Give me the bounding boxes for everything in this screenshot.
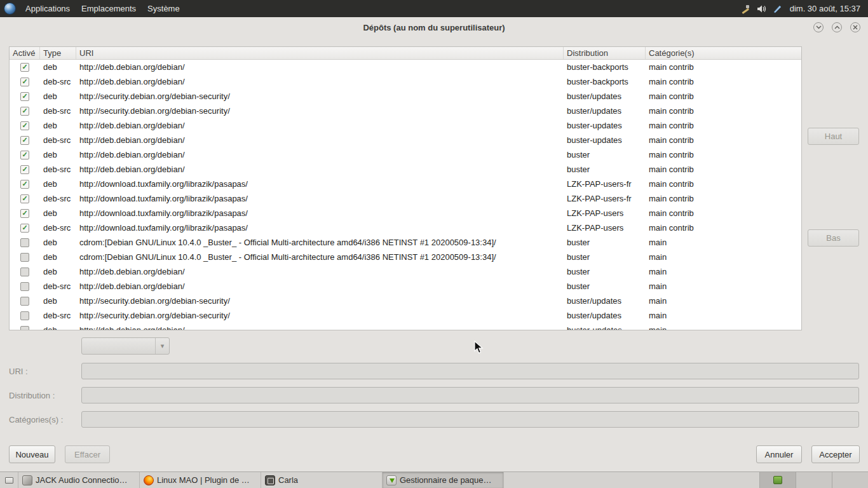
table-row[interactable]: ✓ deb-src http://deb.debian.org/debian/ … (10, 162, 801, 177)
row-uri: http://deb.debian.org/debian/ (76, 281, 564, 291)
volume-icon[interactable] (756, 3, 767, 15)
workspace-2[interactable] (796, 472, 832, 488)
table-row[interactable]: ✓ deb-src http://download.tuxfamily.org/… (10, 191, 801, 206)
row-uri: http://deb.debian.org/debian/ (76, 77, 564, 86)
column-header-type[interactable]: Type (40, 47, 76, 59)
categories-field[interactable] (81, 411, 859, 428)
workspace-1[interactable] (759, 472, 796, 488)
column-header-distribution[interactable]: Distribution (564, 47, 646, 59)
move-down-button[interactable]: Bas (808, 229, 859, 247)
row-categories: main (646, 296, 801, 306)
row-distribution: buster-updates (564, 135, 646, 145)
window-titlebar[interactable]: Dépôts (au nom du superutilisateur) (0, 17, 868, 37)
row-type: deb (40, 252, 76, 262)
row-uri: http://deb.debian.org/debian/ (76, 150, 564, 159)
row-categories: main (646, 238, 801, 247)
delete-button[interactable]: Effacer (65, 445, 110, 463)
row-active-checkbox[interactable]: ✓ (20, 63, 29, 72)
repo-table-header: Activé Type URI Distribution Catégorie(s… (10, 47, 801, 60)
row-active-checkbox[interactable]: ✓ (20, 78, 29, 86)
close-icon[interactable] (850, 22, 860, 32)
top-panel: Applications Emplacements Système dim. 3… (0, 0, 868, 17)
row-active-checkbox[interactable]: ✓ (20, 282, 29, 291)
row-active-checkbox[interactable]: ✓ (20, 311, 29, 320)
pen-applet-icon[interactable] (771, 3, 783, 15)
accept-button[interactable]: Accepter (811, 445, 860, 463)
clock-applet[interactable]: dim. 30 août, 15:37 (790, 4, 860, 13)
table-row[interactable]: ✓ deb http://deb.debian.org/debian/ bust… (10, 118, 801, 133)
table-row[interactable]: ✓ deb cdrom:[Debian GNU/Linux 10.4.0 _Bu… (10, 235, 801, 250)
row-active-checkbox[interactable]: ✓ (20, 238, 29, 247)
row-active-checkbox[interactable]: ✓ (20, 107, 29, 116)
workspace-3[interactable] (832, 472, 868, 488)
distro-menu-icon[interactable] (4, 3, 16, 15)
taskbar-window-button[interactable]: Carla (261, 472, 383, 488)
row-categories: main (646, 311, 801, 320)
taskbar-window-label: Carla (278, 475, 298, 485)
table-row[interactable]: ✓ deb-src http://download.tuxfamily.org/… (10, 220, 801, 235)
check-icon: ✓ (22, 78, 27, 85)
show-desktop-button[interactable] (0, 472, 18, 488)
row-active-checkbox[interactable]: ✓ (20, 209, 29, 218)
workspace-switcher (759, 472, 868, 488)
row-distribution: buster/updates (564, 106, 646, 116)
tool-icon[interactable] (740, 3, 751, 15)
table-row[interactable]: ✓ deb http://deb.debian.org/debian/ bust… (10, 147, 801, 162)
table-row[interactable]: ✓ deb http://deb.debian.org/debian/ bust… (10, 60, 801, 74)
row-distribution: buster (564, 281, 646, 291)
row-type: deb-src (40, 311, 76, 320)
row-distribution: buster/updates (564, 92, 646, 101)
column-header-uri[interactable]: URI (76, 47, 564, 59)
row-active-checkbox[interactable]: ✓ (20, 268, 29, 276)
row-categories: main contrib (646, 62, 801, 72)
row-uri: http://download.tuxfamily.org/librazik/p… (76, 208, 564, 218)
table-row[interactable]: ✓ deb http://download.tuxfamily.org/libr… (10, 206, 801, 220)
table-row[interactable]: ✓ deb-src http://security.debian.org/deb… (10, 308, 801, 323)
row-active-checkbox[interactable]: ✓ (20, 136, 29, 145)
taskbar-window-button[interactable]: JACK Audio Connectio… (18, 472, 140, 488)
taskbar-window-button[interactable]: Linux MAO | Plugin de … (140, 472, 261, 488)
shade-button[interactable] (813, 22, 824, 32)
row-type: deb-src (40, 223, 76, 233)
row-active-checkbox[interactable]: ✓ (20, 253, 29, 262)
table-row[interactable]: ✓ deb-src http://security.debian.org/deb… (10, 104, 801, 118)
move-up-button[interactable]: Haut (808, 128, 859, 145)
row-type: deb-src (40, 165, 76, 174)
row-active-checkbox[interactable]: ✓ (20, 224, 29, 233)
table-row[interactable]: ✓ deb-src http://deb.debian.org/debian/ … (10, 279, 801, 294)
menu-emplacements[interactable]: Emplacements (76, 0, 142, 17)
table-row[interactable]: ✓ deb-src http://deb.debian.org/debian/ … (10, 74, 801, 89)
table-row[interactable]: ✓ deb http://security.debian.org/debian-… (10, 294, 801, 308)
row-active-checkbox[interactable]: ✓ (20, 121, 29, 130)
row-distribution: LZK-PAP-users (564, 208, 646, 218)
row-type: deb (40, 150, 76, 159)
row-active-checkbox[interactable]: ✓ (20, 194, 29, 203)
check-icon: ✓ (22, 93, 27, 100)
uri-field[interactable] (81, 363, 859, 379)
taskbar-window-label: Gestionnaire de paque… (400, 475, 492, 485)
column-header-active[interactable]: Activé (10, 47, 40, 59)
vendor-combobox[interactable]: ▾ (81, 337, 170, 355)
table-row[interactable]: ✓ deb-src http://deb.debian.org/debian/ … (10, 133, 801, 147)
row-distribution: buster (564, 267, 646, 276)
row-type: deb-src (40, 281, 76, 291)
menu-systeme[interactable]: Système (142, 0, 186, 17)
unshade-button[interactable] (832, 22, 842, 32)
column-header-categories[interactable]: Catégorie(s) (646, 47, 801, 59)
row-active-checkbox[interactable]: ✓ (20, 165, 29, 174)
menu-applications[interactable]: Applications (20, 0, 76, 17)
table-row[interactable]: ✓ deb http://security.debian.org/debian-… (10, 89, 801, 104)
row-active-checkbox[interactable]: ✓ (20, 151, 29, 159)
new-button[interactable]: Nouveau (9, 445, 55, 463)
distribution-field[interactable] (81, 387, 859, 403)
row-active-checkbox[interactable]: ✓ (20, 326, 29, 331)
row-active-checkbox[interactable]: ✓ (20, 180, 29, 189)
table-row[interactable]: ✓ deb http://deb.debian.org/debian/ bust… (10, 264, 801, 279)
row-active-checkbox[interactable]: ✓ (20, 297, 29, 306)
row-active-checkbox[interactable]: ✓ (20, 92, 29, 101)
table-row[interactable]: ✓ deb http://download.tuxfamily.org/libr… (10, 177, 801, 191)
taskbar-window-button[interactable]: Gestionnaire de paque… (383, 472, 504, 488)
cancel-button[interactable]: Annuler (756, 445, 802, 463)
table-row[interactable]: ✓ deb http://deb.debian.org/debian/ bust… (10, 323, 801, 330)
table-row[interactable]: ✓ deb cdrom:[Debian GNU/Linux 10.4.0 _Bu… (10, 250, 801, 264)
